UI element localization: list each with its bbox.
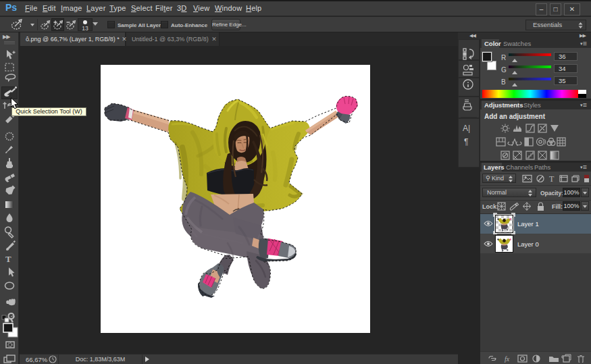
- svg-text:¶: ¶: [464, 137, 468, 147]
- svg-text:A|: A|: [463, 124, 470, 133]
- svg-text:T: T: [549, 174, 555, 184]
- svg-text:T: T: [5, 254, 11, 264]
- svg-text:fx: fx: [505, 355, 510, 363]
